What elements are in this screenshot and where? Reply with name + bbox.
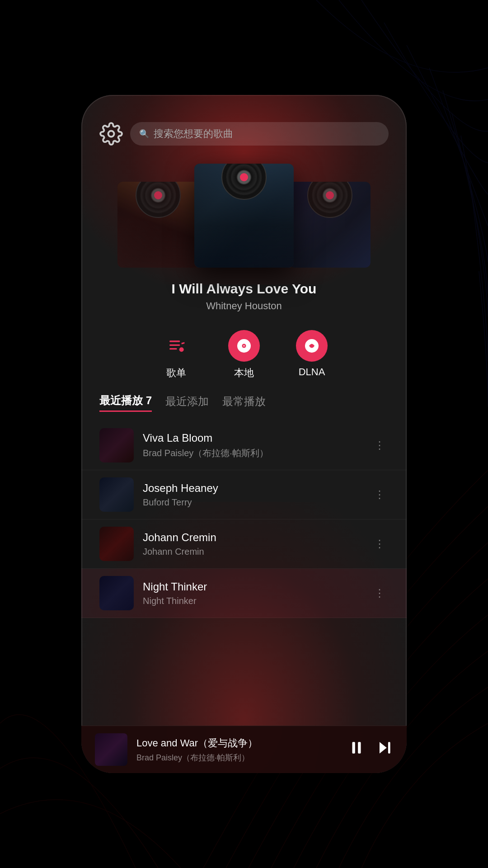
nav-icons: 歌单 本地 DLNA <box>81 316 407 389</box>
song-name-0: Viva La Bloom <box>143 432 361 444</box>
song-name-1: Joseph Heaney <box>143 482 361 495</box>
search-icon: 🔍 <box>139 129 149 139</box>
local-icon <box>228 330 260 362</box>
featured-song-artist: Whitney Houston <box>81 300 407 312</box>
nav-local[interactable]: 本地 <box>228 330 260 380</box>
song-item-0[interactable]: Viva La Bloom Brad Paisley（布拉德·帕斯利） ⋮ <box>81 421 407 470</box>
nav-playlist[interactable]: 歌单 <box>160 330 192 380</box>
playlist-icon <box>160 330 192 362</box>
song-artist-2: Johann Cremin <box>143 547 361 557</box>
song-thumb-1 <box>99 477 134 512</box>
nav-local-label: 本地 <box>234 366 254 380</box>
svg-marker-11 <box>380 742 387 753</box>
now-playing-bar[interactable]: Love and War（爱与战争） Brad Paisley（布拉德·帕斯利） <box>81 726 407 773</box>
nav-dlna[interactable]: DLNA <box>296 330 328 380</box>
album-card-right[interactable] <box>289 182 371 268</box>
next-button[interactable] <box>376 739 393 760</box>
svg-rect-2 <box>169 344 180 346</box>
tabs-bar: 最近播放 7 最近添加 最常播放 <box>81 389 407 421</box>
search-placeholder: 搜索您想要的歌曲 <box>154 127 233 141</box>
song-details-2: Johann Cremin Johann Cremin <box>143 531 361 557</box>
player-controls <box>348 739 393 760</box>
vinyl-center-right <box>326 191 334 199</box>
header: 🔍 搜索您想要的歌曲 <box>81 95 407 155</box>
song-thumb-2 <box>99 527 134 561</box>
nav-dlna-label: DLNA <box>299 366 325 378</box>
tab-frequent[interactable]: 最常播放 <box>222 394 266 411</box>
album-card-center[interactable] <box>194 164 294 268</box>
svg-rect-3 <box>169 348 177 349</box>
song-details-0: Viva La Bloom Brad Paisley（布拉德·帕斯利） <box>143 432 361 459</box>
settings-icon[interactable] <box>99 122 123 146</box>
more-btn-0[interactable]: ⋮ <box>371 435 389 455</box>
song-thumb-0 <box>99 428 134 462</box>
song-thumb-3 <box>99 576 134 610</box>
phone-shell: 🔍 搜索您想要的歌曲 <box>81 95 407 773</box>
dlna-icon <box>296 330 328 362</box>
vinyl-center-left <box>154 191 162 199</box>
song-artist-3: Night Thinker <box>143 596 361 606</box>
svg-rect-10 <box>358 742 361 753</box>
album-card-left[interactable] <box>117 182 199 268</box>
svg-point-0 <box>108 131 114 137</box>
song-item-3[interactable]: Night Thinker Night Thinker ⋮ <box>81 569 407 618</box>
now-playing-artist: Brad Paisley（布拉德·帕斯利） <box>136 752 339 763</box>
tab-added[interactable]: 最近添加 <box>165 394 209 411</box>
svg-rect-1 <box>169 340 180 342</box>
svg-rect-9 <box>352 742 355 753</box>
now-playing-title: Love and War（爱与战争） <box>136 736 339 750</box>
featured-song-title: I Will Always Love You <box>81 281 407 297</box>
album-carousel <box>81 155 407 272</box>
more-btn-3[interactable]: ⋮ <box>371 583 389 603</box>
more-btn-1[interactable]: ⋮ <box>371 485 389 505</box>
song-name-2: Johann Cremin <box>143 531 361 544</box>
song-details-3: Night Thinker Night Thinker <box>143 580 361 606</box>
search-bar[interactable]: 🔍 搜索您想要的歌曲 <box>130 122 389 146</box>
song-details-1: Joseph Heaney Buford Terry <box>143 482 361 508</box>
tab-recent[interactable]: 最近播放 7 <box>99 393 152 412</box>
vinyl-center-dot <box>240 173 248 181</box>
nav-playlist-label: 歌单 <box>166 366 186 380</box>
pause-button[interactable] <box>348 739 365 760</box>
now-playing-info: Love and War（爱与战争） Brad Paisley（布拉德·帕斯利） <box>136 736 339 763</box>
now-playing-thumb <box>95 733 127 766</box>
featured-song-info: I Will Always Love You Whitney Houston <box>81 272 407 316</box>
song-item-2[interactable]: Johann Cremin Johann Cremin ⋮ <box>81 519 407 569</box>
song-artist-0: Brad Paisley（布拉德·帕斯利） <box>143 447 361 459</box>
song-name-3: Night Thinker <box>143 580 361 593</box>
song-artist-1: Buford Terry <box>143 497 361 508</box>
song-list: Viva La Bloom Brad Paisley（布拉德·帕斯利） ⋮ Jo… <box>81 421 407 773</box>
more-btn-2[interactable]: ⋮ <box>371 534 389 554</box>
song-item-1[interactable]: Joseph Heaney Buford Terry ⋮ <box>81 470 407 519</box>
svg-rect-12 <box>388 742 390 753</box>
svg-point-4 <box>179 347 184 352</box>
svg-point-7 <box>244 345 245 347</box>
